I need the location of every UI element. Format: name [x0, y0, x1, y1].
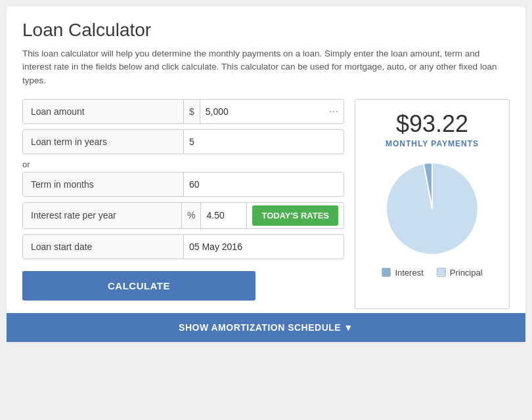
interest-color-box [382, 268, 391, 277]
loan-amount-label: Loan amount [23, 100, 184, 123]
todays-rates-button[interactable]: TODAY'S RATES [252, 205, 338, 226]
input-dots-icon: ⋯ [329, 106, 338, 117]
term-months-row: Term in months [22, 172, 344, 197]
or-text: or [22, 159, 344, 169]
monthly-amount: $93.22 [363, 110, 501, 138]
loan-term-years-label: Loan term in years [23, 130, 184, 154]
form-section: Loan amount $ ⋯ Loan term in years or Te… [22, 99, 344, 307]
loan-start-input-wrapper [184, 235, 344, 259]
loan-start-input[interactable] [189, 235, 338, 259]
amortization-button[interactable]: SHOW AMORTIZATION SCHEDULE ▼ [7, 313, 525, 342]
loan-amount-input-wrapper: ⋯ [200, 100, 344, 123]
interest-label: Interest [395, 268, 423, 278]
interest-rate-input-wrapper [201, 203, 247, 228]
results-panel: $93.22 MONTHLY PAYMENTS Interest [355, 99, 510, 309]
calculate-button[interactable]: CALCULATE [22, 271, 255, 301]
term-months-input[interactable] [189, 173, 338, 196]
principal-color-box [437, 268, 446, 277]
legend-principal: Principal [437, 268, 483, 278]
loan-amount-unit: $ [184, 100, 200, 123]
loan-calculator-card: Loan Calculator This loan calculator wil… [7, 7, 525, 342]
page-title: Loan Calculator [22, 20, 510, 41]
interest-rate-input[interactable] [206, 203, 241, 227]
description-text: This loan calculator will help you deter… [22, 47, 510, 87]
interest-rate-row: Interest rate per year % TODAY'S RATES [22, 202, 344, 229]
chart-legend: Interest Principal [363, 268, 501, 278]
rates-btn-wrapper: TODAY'S RATES [247, 203, 344, 228]
loan-start-label: Loan start date [23, 235, 184, 259]
interest-rate-label: Interest rate per year [23, 203, 182, 228]
loan-term-years-row: Loan term in years [22, 129, 344, 154]
loan-amount-row: Loan amount $ ⋯ [22, 99, 344, 124]
loan-amount-input[interactable] [206, 100, 338, 123]
pie-chart [380, 156, 485, 261]
main-content: Loan amount $ ⋯ Loan term in years or Te… [22, 99, 510, 309]
principal-label: Principal [450, 268, 483, 278]
loan-start-row: Loan start date [22, 234, 344, 259]
monthly-label: MONTHLY PAYMENTS [363, 139, 501, 148]
term-months-label: Term in months [23, 173, 184, 196]
term-months-input-wrapper [184, 173, 344, 196]
pie-chart-container [363, 156, 501, 261]
loan-term-years-input[interactable] [189, 130, 338, 154]
bottom-bar: SHOW AMORTIZATION SCHEDULE ▼ [7, 313, 525, 342]
loan-term-years-input-wrapper [184, 130, 344, 154]
interest-rate-unit: % [182, 203, 201, 228]
legend-interest: Interest [382, 268, 423, 278]
